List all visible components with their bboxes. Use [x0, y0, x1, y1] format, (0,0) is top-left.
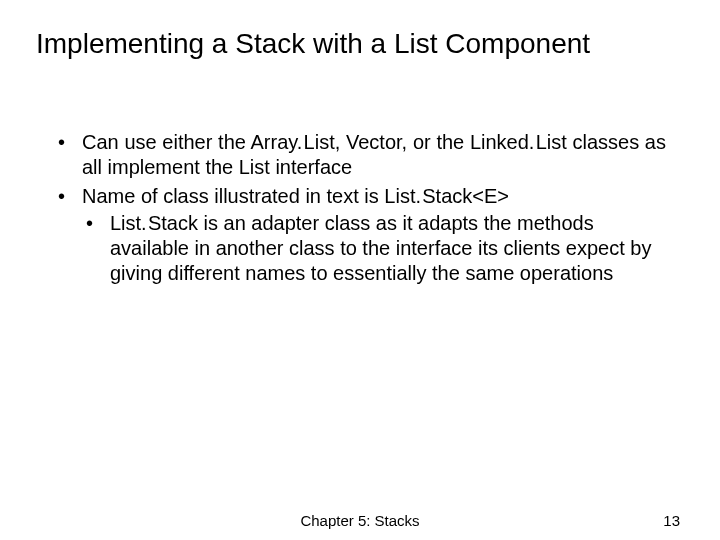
- footer-page-number: 13: [663, 512, 680, 529]
- slide-body: Can use either the Array. List, Vector, …: [54, 130, 666, 290]
- sub-bullet-item: List. Stack is an adapter class as it ad…: [82, 211, 666, 286]
- bullet-item: Can use either the Array. List, Vector, …: [54, 130, 666, 180]
- bullet-item: Name of class illustrated in text is Lis…: [54, 184, 666, 286]
- sub-bullet-list: List. Stack is an adapter class as it ad…: [82, 211, 666, 286]
- bullet-list: Can use either the Array. List, Vector, …: [54, 130, 666, 286]
- footer-chapter: Chapter 5: Stacks: [0, 512, 720, 529]
- bullet-text: Name of class illustrated in text is Lis…: [82, 185, 509, 207]
- slide: Implementing a Stack with a List Compone…: [0, 0, 720, 540]
- slide-title: Implementing a Stack with a List Compone…: [36, 28, 684, 60]
